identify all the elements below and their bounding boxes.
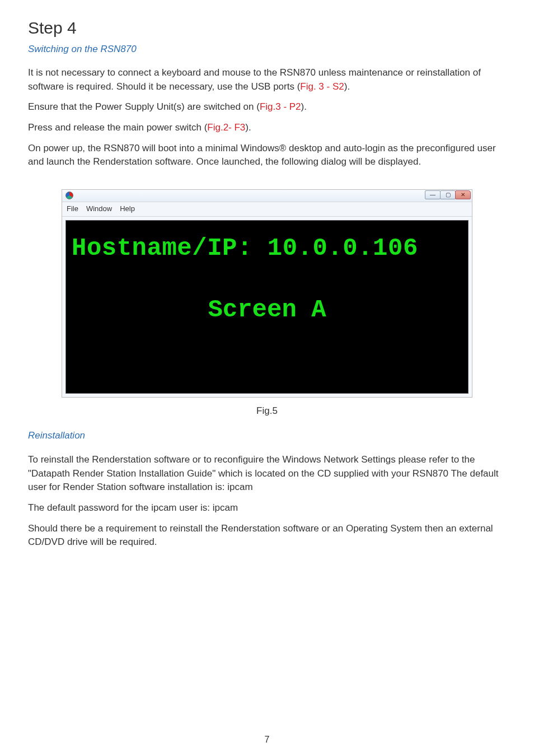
text: ). — [344, 81, 350, 92]
menu-help[interactable]: Help — [120, 204, 135, 214]
text: ). — [301, 101, 307, 112]
paragraph: Should there be a requirement to reinsta… — [28, 522, 506, 549]
paragraph: To reinstall the Renderstation software … — [28, 453, 506, 494]
step-title: Step 4 — [28, 16, 506, 40]
window-client-area: Hostname/IP: 10.0.0.106 Screen A — [65, 220, 469, 394]
menu-window[interactable]: Window — [86, 204, 112, 214]
page-number: 7 — [0, 733, 534, 746]
screen-label: Screen A — [72, 292, 462, 328]
paragraph: The default password for the ipcam user … — [28, 501, 506, 515]
paragraph: Press and release the main power switch … — [28, 121, 506, 135]
paragraph: Ensure that the Power Supply Unit(s) are… — [28, 100, 506, 114]
text: It is not necessary to connect a keyboar… — [28, 67, 481, 92]
figure-caption: Fig.5 — [28, 404, 506, 418]
maximize-button[interactable]: ▢ — [440, 190, 456, 199]
figure-reference: Fig. 3 - S2 — [300, 81, 344, 92]
minimize-button[interactable]: — — [425, 190, 441, 199]
hostname-ip-display: Hostname/IP: 10.0.0.106 — [72, 231, 462, 267]
app-icon — [65, 192, 73, 199]
window-controls: — ▢ ✕ — [425, 190, 471, 199]
figure-reference: Fig.3 - P2 — [260, 101, 301, 112]
menu-file[interactable]: File — [67, 204, 78, 214]
paragraph: On power up, the RSN870 will boot into a… — [28, 142, 506, 169]
section-heading-reinstallation: Reinstallation — [28, 429, 506, 443]
screenshot-figure: — ▢ ✕ File Window Help Hostname/IP: 10.0… — [62, 189, 472, 398]
window-titlebar: — ▢ ✕ — [62, 190, 472, 202]
application-window: — ▢ ✕ File Window Help Hostname/IP: 10.0… — [62, 189, 472, 398]
menu-bar: File Window Help — [62, 202, 472, 217]
paragraph: It is not necessary to connect a keyboar… — [28, 66, 506, 94]
section-heading-switching: Switching on the RSN870 — [28, 43, 506, 57]
close-button[interactable]: ✕ — [455, 190, 471, 199]
text: ). — [245, 122, 251, 133]
text: Ensure that the Power Supply Unit(s) are… — [28, 101, 260, 112]
figure-reference: Fig.2- F3 — [207, 122, 245, 133]
text: Press and release the main power switch … — [28, 122, 207, 133]
